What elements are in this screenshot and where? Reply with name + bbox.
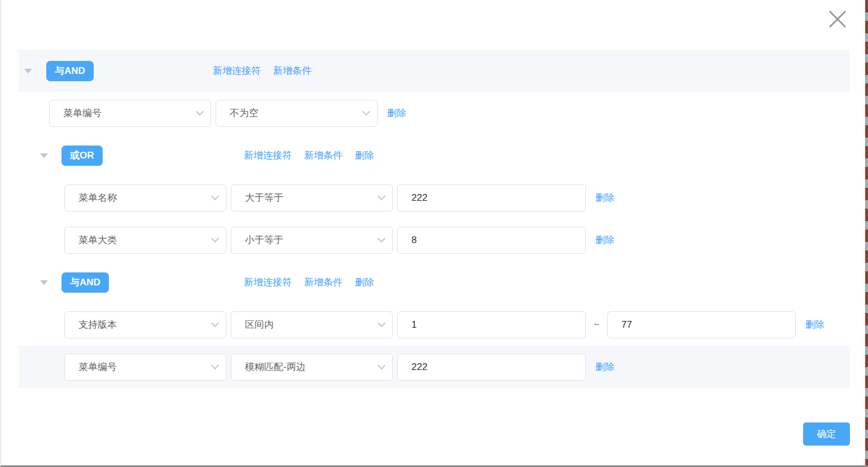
operator-select-value: 小于等于 bbox=[245, 233, 283, 246]
expand-caret-icon[interactable] bbox=[24, 69, 32, 73]
field-select-value: 菜单编号 bbox=[78, 360, 117, 373]
condition-row-range: 支持版本 区间内 ~ 删除 bbox=[1, 303, 868, 346]
operator-select-value: 区间内 bbox=[245, 318, 274, 331]
delete-condition-link[interactable]: 删除 bbox=[595, 191, 615, 204]
chevron-down-icon bbox=[362, 108, 370, 116]
range-end-input[interactable] bbox=[607, 311, 796, 338]
expand-caret-icon[interactable] bbox=[40, 153, 48, 158]
delete-group-link[interactable]: 删除 bbox=[355, 149, 374, 162]
connector-badge-and[interactable]: 与AND bbox=[62, 272, 109, 293]
operator-select[interactable]: 大于等于 bbox=[231, 184, 393, 212]
condition-row: 菜单名称 大于等于 删除 bbox=[1, 177, 868, 219]
confirm-button[interactable]: 确定 bbox=[803, 422, 850, 446]
range-start-input[interactable] bbox=[397, 311, 586, 338]
operator-select[interactable]: 模糊匹配-两边 bbox=[231, 354, 393, 381]
field-select[interactable]: 菜单编号 bbox=[49, 100, 211, 127]
dialog-close-button[interactable] bbox=[827, 9, 848, 29]
field-select-value: 菜单名称 bbox=[78, 191, 117, 204]
chevron-down-icon bbox=[378, 192, 385, 200]
value-input[interactable] bbox=[397, 354, 586, 381]
chevron-down-icon bbox=[378, 235, 385, 243]
operator-select[interactable]: 小于等于 bbox=[231, 227, 393, 254]
connector-group-row-and-nested: 与AND 新增连接符 新增条件 删除 bbox=[1, 261, 868, 303]
add-connector-link[interactable]: 新增连接符 bbox=[244, 276, 292, 289]
chevron-down-icon bbox=[211, 362, 219, 369]
window-right-edge-stripe bbox=[865, 0, 868, 465]
delete-condition-link[interactable]: 删除 bbox=[805, 318, 825, 331]
add-connector-link[interactable]: 新增连接符 bbox=[244, 149, 292, 162]
range-separator: ~ bbox=[594, 319, 599, 331]
delete-condition-link[interactable]: 删除 bbox=[387, 107, 406, 120]
field-select-value: 菜单编号 bbox=[63, 107, 102, 120]
chevron-down-icon bbox=[211, 319, 219, 327]
chevron-down-icon bbox=[211, 235, 219, 243]
operator-select-value: 模糊匹配-两边 bbox=[245, 360, 306, 373]
chevron-down-icon bbox=[378, 319, 385, 327]
close-icon bbox=[828, 10, 847, 29]
connector-group-row-or: 或OR 新增连接符 新增条件 删除 bbox=[1, 134, 868, 177]
field-select[interactable]: 菜单大类 bbox=[64, 227, 226, 254]
chevron-down-icon bbox=[211, 192, 219, 200]
add-condition-link[interactable]: 新增条件 bbox=[304, 149, 343, 162]
chevron-down-icon bbox=[196, 108, 204, 116]
add-condition-link[interactable]: 新增条件 bbox=[273, 64, 312, 77]
value-input[interactable] bbox=[397, 227, 586, 254]
expand-caret-icon[interactable] bbox=[40, 280, 48, 285]
condition-row: 菜单大类 小于等于 删除 bbox=[1, 219, 868, 261]
field-select-value: 菜单大类 bbox=[78, 233, 117, 246]
operator-select[interactable]: 区间内 bbox=[231, 311, 393, 338]
delete-condition-link[interactable]: 删除 bbox=[595, 233, 615, 246]
field-select[interactable]: 支持版本 bbox=[64, 311, 226, 338]
add-connector-link[interactable]: 新增连接符 bbox=[213, 64, 261, 77]
operator-select-value: 不为空 bbox=[230, 107, 258, 120]
delete-condition-link[interactable]: 删除 bbox=[595, 360, 615, 373]
condition-row: 菜单编号 模糊匹配-两边 删除 bbox=[1, 346, 868, 388]
delete-group-link[interactable]: 删除 bbox=[355, 276, 374, 289]
field-select[interactable]: 菜单名称 bbox=[64, 184, 226, 212]
connector-group-row-and-root: 与AND 新增连接符 新增条件 bbox=[1, 50, 868, 92]
value-input[interactable] bbox=[397, 184, 586, 212]
connector-badge-and[interactable]: 与AND bbox=[46, 61, 94, 81]
condition-row: 菜单编号 不为空 删除 bbox=[1, 92, 868, 134]
filter-condition-builder: 与AND 新增连接符 新增条件 菜单编号 不为空 删除 或OR 新增连接符 新增… bbox=[1, 50, 868, 388]
add-condition-link[interactable]: 新增条件 bbox=[304, 276, 343, 289]
connector-badge-or[interactable]: 或OR bbox=[62, 146, 103, 166]
chevron-down-icon bbox=[378, 362, 385, 369]
field-select[interactable]: 菜单编号 bbox=[64, 354, 226, 381]
operator-select-value: 大于等于 bbox=[245, 191, 283, 204]
field-select-value: 支持版本 bbox=[78, 318, 117, 331]
operator-select[interactable]: 不为空 bbox=[216, 100, 378, 127]
